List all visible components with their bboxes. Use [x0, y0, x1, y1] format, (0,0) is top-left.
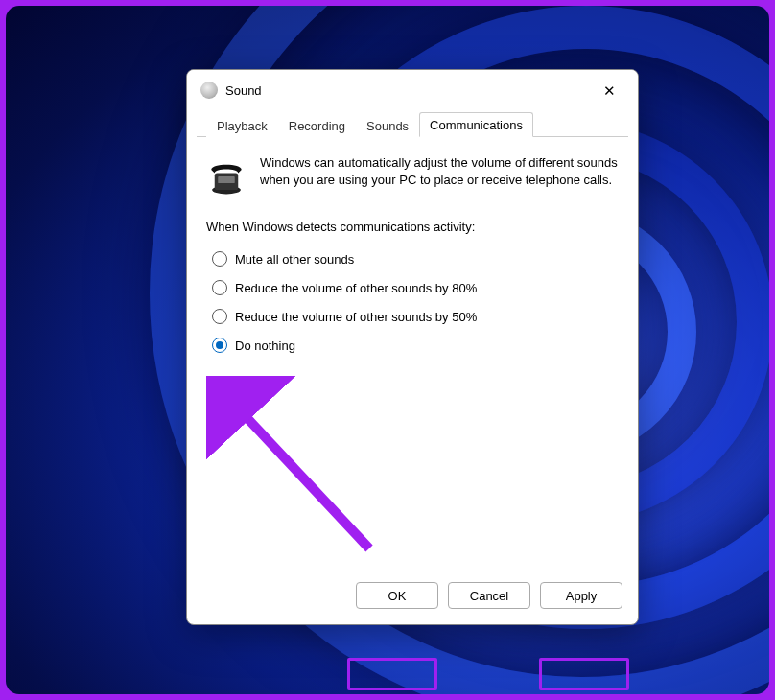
option-label: Reduce the volume of other sounds by 50% — [235, 310, 477, 324]
option-reduce-80[interactable]: Reduce the volume of other sounds by 80% — [212, 280, 619, 295]
close-icon: ✕ — [603, 83, 616, 98]
radio-icon — [212, 309, 227, 324]
option-mute-all[interactable]: Mute all other sounds — [212, 251, 619, 267]
intro-row: Windows can automatically adjust the vol… — [206, 154, 619, 197]
sound-dialog: Sound ✕ Playback Recording Sounds Commun… — [186, 69, 639, 625]
prompt-text: When Windows detects communications acti… — [206, 220, 619, 234]
dialog-buttons: OK Cancel Apply — [187, 572, 638, 624]
tab-sounds[interactable]: Sounds — [356, 113, 419, 137]
option-label: Mute all other sounds — [235, 252, 354, 267]
sound-applet-icon — [200, 82, 218, 99]
close-button[interactable]: ✕ — [588, 76, 630, 105]
option-label: Reduce the volume of other sounds by 80% — [235, 281, 477, 295]
apply-button[interactable]: Apply — [540, 582, 622, 609]
radio-icon — [212, 280, 227, 295]
tab-strip: Playback Recording Sounds Communications — [197, 110, 628, 137]
option-reduce-50[interactable]: Reduce the volume of other sounds by 50% — [212, 309, 619, 324]
radio-icon — [212, 251, 227, 267]
ok-button[interactable]: OK — [356, 582, 438, 609]
options-group: Mute all other sounds Reduce the volume … — [212, 251, 619, 353]
radio-icon — [212, 338, 227, 353]
tab-recording[interactable]: Recording — [278, 113, 356, 137]
titlebar[interactable]: Sound ✕ — [187, 70, 638, 110]
window-title: Sound — [225, 83, 588, 98]
intro-text: Windows can automatically adjust the vol… — [260, 154, 619, 197]
option-label: Do nothing — [235, 338, 295, 353]
svg-rect-2 — [218, 176, 235, 183]
communications-panel: Windows can automatically adjust the vol… — [187, 137, 638, 572]
tab-communications[interactable]: Communications — [419, 112, 533, 137]
option-do-nothing[interactable]: Do nothing — [212, 338, 619, 353]
telephone-icon — [206, 156, 247, 197]
tab-playback[interactable]: Playback — [206, 113, 278, 137]
cancel-button[interactable]: Cancel — [448, 582, 530, 609]
